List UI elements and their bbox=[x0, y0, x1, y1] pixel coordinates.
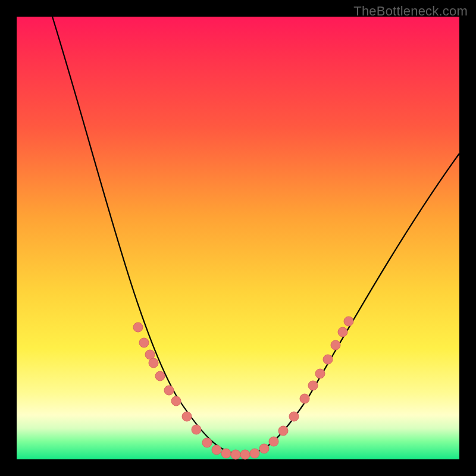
data-dot bbox=[133, 322, 143, 332]
watermark-text: TheBottleneck.com bbox=[353, 4, 468, 19]
data-dot bbox=[240, 450, 250, 459]
data-dot bbox=[289, 412, 299, 421]
data-dot bbox=[308, 381, 318, 390]
data-dot bbox=[331, 340, 340, 350]
data-dot bbox=[269, 437, 278, 446]
data-dot bbox=[171, 396, 181, 406]
data-dot bbox=[278, 426, 288, 436]
data-dot bbox=[231, 450, 240, 459]
data-dot bbox=[164, 386, 174, 395]
dot-layer bbox=[133, 317, 353, 459]
data-dot bbox=[323, 355, 333, 364]
data-dot bbox=[149, 358, 158, 368]
data-dot bbox=[315, 369, 325, 378]
data-dot bbox=[221, 449, 231, 458]
data-dot bbox=[300, 394, 309, 403]
data-dot bbox=[202, 438, 212, 447]
data-dot bbox=[139, 338, 149, 347]
data-dot bbox=[344, 317, 353, 326]
data-dot bbox=[192, 425, 201, 434]
data-dot bbox=[212, 445, 221, 455]
data-dot bbox=[338, 327, 347, 337]
chart-plot-area bbox=[17, 17, 459, 459]
chart-frame: TheBottleneck.com bbox=[0, 0, 476, 476]
data-dot bbox=[250, 449, 259, 458]
chart-svg bbox=[17, 17, 459, 459]
data-dot bbox=[182, 412, 192, 421]
data-dot bbox=[259, 444, 269, 453]
data-dot bbox=[155, 371, 165, 381]
bottleneck-curve bbox=[52, 17, 459, 454]
